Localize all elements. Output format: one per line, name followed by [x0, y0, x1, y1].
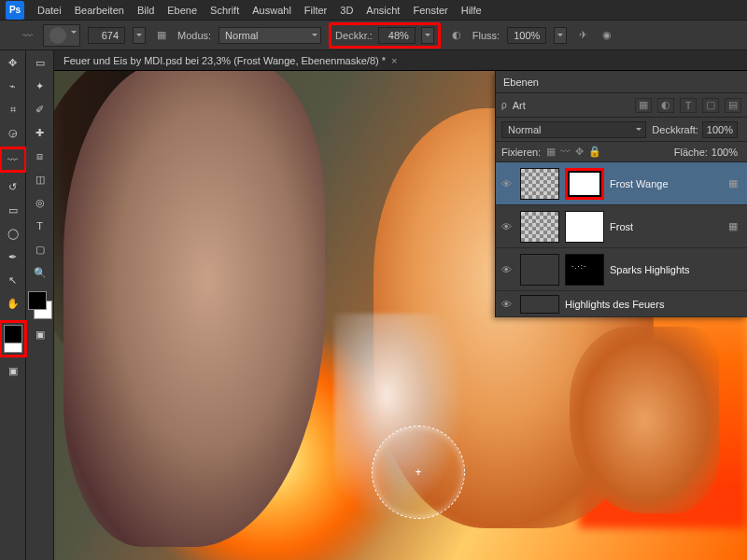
- brush-thumb-icon: [49, 27, 66, 44]
- layer-blend-select[interactable]: Normal: [501, 121, 646, 138]
- menu-file[interactable]: Datei: [37, 5, 62, 16]
- filter-shape-icon[interactable]: ▢: [702, 98, 719, 113]
- filter-smart-icon[interactable]: ▤: [725, 98, 741, 113]
- flow-dropdown[interactable]: [554, 27, 567, 44]
- mode-label: Modus:: [177, 30, 211, 41]
- color-swatches-highlight[interactable]: [0, 320, 27, 357]
- path-select-tool[interactable]: ↖: [3, 270, 23, 290]
- move-tool[interactable]: ✥: [3, 52, 23, 73]
- lasso-tool[interactable]: ⌁: [3, 76, 23, 96]
- fill-value[interactable]: 100%: [712, 147, 738, 158]
- layer-name[interactable]: Frost Wange: [610, 178, 723, 189]
- visibility-icon[interactable]: 👁: [501, 221, 514, 232]
- layer-row[interactable]: 👁 Frost Wange ▦: [496, 162, 747, 205]
- layer-thumb[interactable]: [520, 168, 559, 200]
- layer-opacity-value[interactable]: 100%: [702, 121, 738, 138]
- screenmode-toggle[interactable]: ▣: [30, 324, 50, 344]
- layer-list: 👁 Frost Wange ▦ 👁 Frost ▦ 👁: [496, 162, 747, 317]
- layer-name[interactable]: Highlights des Feuers: [565, 299, 741, 310]
- layers-panel: Ebenen ρ Art ▦ ◐ T ▢ ▤ Normal Deckkraft:: [495, 71, 747, 317]
- lock-pos-icon[interactable]: ✥: [575, 146, 584, 158]
- lock-trans-icon[interactable]: ▦: [546, 146, 556, 158]
- filter-adjust-icon[interactable]: ◐: [657, 98, 674, 113]
- airbrush-icon[interactable]: ✈: [574, 27, 591, 44]
- marquee-tool[interactable]: ▭: [30, 52, 50, 73]
- layer-thumb[interactable]: [520, 211, 559, 243]
- layer-name[interactable]: Frost: [610, 221, 723, 232]
- document-area: Feuer und Eis by MDI.psd bei 23,3% (Fros…: [54, 50, 747, 560]
- link-icon[interactable]: ▦: [728, 220, 741, 232]
- blur-tool[interactable]: ◎: [30, 192, 50, 213]
- doc-tab[interactable]: Feuer und Eis by MDI.psd bei 23,3% (Fros…: [63, 55, 397, 66]
- shape-tool[interactable]: ▢: [30, 239, 50, 259]
- menu-window[interactable]: Fenster: [413, 5, 447, 16]
- quickmask-toggle[interactable]: ▣: [3, 360, 23, 381]
- layer-filter-select[interactable]: Art: [513, 100, 559, 111]
- menu-select[interactable]: Auswahl: [252, 5, 291, 16]
- opacity-group-highlight: Deckkr.: 48%: [329, 22, 441, 49]
- brush-panel-icon[interactable]: ▦: [153, 27, 170, 44]
- fill-label: Fläche:: [674, 147, 708, 158]
- foreground-color-alt[interactable]: [28, 291, 47, 310]
- foreground-color[interactable]: [4, 325, 22, 343]
- hand: [570, 327, 719, 513]
- menu-bar: Ps Datei Bearbeiten Bild Ebene Schrift A…: [0, 0, 747, 21]
- layer-row[interactable]: 👁 Highlights des Feuers: [496, 291, 747, 317]
- layer-mask-thumb[interactable]: [565, 254, 604, 286]
- close-icon[interactable]: ×: [391, 55, 397, 66]
- gradient-tool[interactable]: ▭: [3, 200, 23, 220]
- eyedropper-tool[interactable]: ✐: [30, 99, 50, 119]
- patch-tool[interactable]: ◶: [3, 122, 23, 143]
- healing-tool[interactable]: ✚: [30, 122, 50, 143]
- layer-thumb[interactable]: [520, 295, 559, 314]
- filter-pixel-icon[interactable]: ▦: [635, 98, 652, 113]
- type-tool[interactable]: T: [30, 216, 50, 236]
- layer-thumb[interactable]: [520, 254, 559, 286]
- crop-tool[interactable]: ⌗: [3, 99, 23, 119]
- menu-filter[interactable]: Filter: [304, 5, 327, 16]
- menu-layer[interactable]: Ebene: [167, 5, 197, 16]
- brush-size-dropdown[interactable]: [133, 27, 146, 44]
- canvas[interactable]: Ebenen ρ Art ▦ ◐ T ▢ ▤ Normal Deckkraft:: [54, 71, 747, 560]
- opacity-value[interactable]: 48%: [378, 27, 416, 44]
- opacity-dropdown[interactable]: [421, 27, 434, 44]
- hand-tool[interactable]: ✋: [3, 293, 23, 314]
- link-icon[interactable]: ▦: [728, 177, 741, 189]
- layer-row[interactable]: 👁 Sparks Highlights: [496, 248, 747, 291]
- blend-mode-select[interactable]: Normal: [218, 27, 321, 44]
- visibility-icon[interactable]: 👁: [501, 299, 514, 310]
- menu-type[interactable]: Schrift: [210, 5, 239, 16]
- zoom-tool[interactable]: 🔍: [30, 262, 50, 283]
- menu-3d[interactable]: 3D: [340, 5, 353, 16]
- lock-label: Fixieren:: [501, 147, 541, 158]
- pen-tool[interactable]: ✒: [3, 246, 23, 267]
- menu-help[interactable]: Hilfe: [461, 5, 482, 16]
- flow-value[interactable]: 100%: [507, 27, 546, 44]
- magic-wand-tool[interactable]: ✦: [30, 76, 50, 96]
- brush-size[interactable]: 674: [88, 27, 125, 44]
- menu-edit[interactable]: Bearbeiten: [75, 5, 124, 16]
- eraser-tool[interactable]: ◫: [30, 169, 50, 189]
- lock-pixels-icon[interactable]: 〰: [560, 146, 571, 158]
- doc-tab-bar: Feuer und Eis by MDI.psd bei 23,3% (Fros…: [54, 50, 747, 71]
- lock-all-icon[interactable]: 🔒: [588, 146, 601, 158]
- menu-image[interactable]: Bild: [137, 5, 154, 16]
- color-swatches-alt[interactable]: [26, 289, 54, 321]
- layer-mask-thumb-highlight[interactable]: [565, 168, 604, 200]
- options-bar: 〰 674 ▦ Modus: Normal Deckkr.: 48% ◐ Flu…: [0, 21, 747, 50]
- brush-preset-picker[interactable]: [43, 24, 80, 47]
- visibility-icon[interactable]: 👁: [501, 264, 514, 275]
- filter-type-icon[interactable]: T: [680, 98, 697, 113]
- visibility-icon[interactable]: 👁: [501, 178, 514, 189]
- layers-tab[interactable]: Ebenen: [503, 77, 539, 88]
- layer-row[interactable]: 👁 Frost ▦: [496, 205, 747, 248]
- brush-tool-highlight[interactable]: 〰: [0, 147, 27, 173]
- pressure-opacity-icon[interactable]: ◐: [448, 27, 465, 44]
- dodge-tool[interactable]: ◯: [3, 223, 23, 244]
- history-brush-tool[interactable]: ↺: [3, 176, 23, 197]
- menu-view[interactable]: Ansicht: [366, 5, 400, 16]
- stamp-tool[interactable]: ⧇: [30, 146, 50, 166]
- layer-name[interactable]: Sparks Highlights: [610, 264, 741, 275]
- pressure-size-icon[interactable]: ◉: [599, 27, 615, 44]
- layer-mask-thumb[interactable]: [565, 211, 604, 243]
